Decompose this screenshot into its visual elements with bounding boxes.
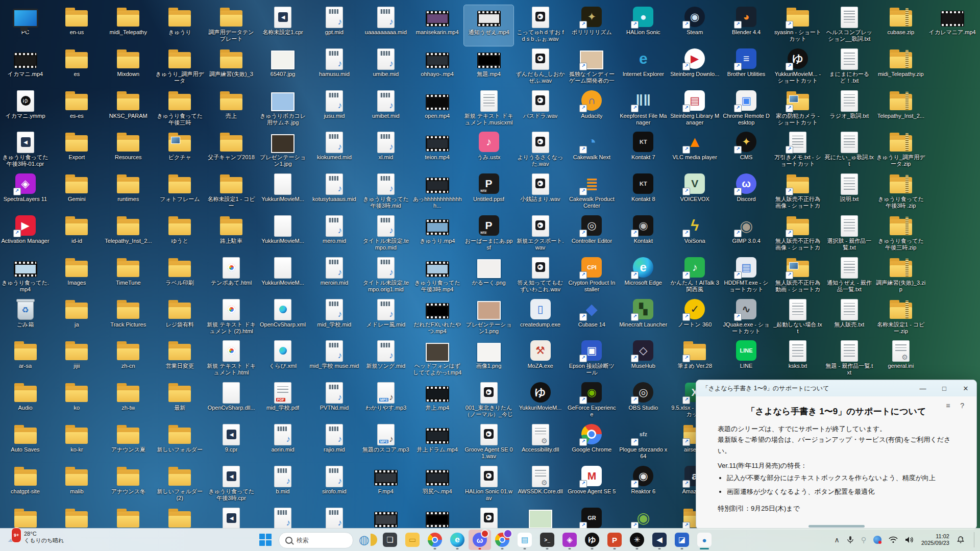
desktop-icon[interactable]: 新しいフォルダー (2) <box>155 464 205 505</box>
desktop-icon[interactable]: 売上 <box>207 89 256 130</box>
desktop-icon[interactable]: ♪メドレー風.mid <box>361 297 410 338</box>
desktop-icon[interactable]: ∩↗Audacity <box>567 89 617 130</box>
desktop-icon[interactable]: Gemini <box>52 172 102 213</box>
desktop-icon[interactable]: 無題.mp4 <box>464 47 513 88</box>
desktop-icon[interactable]: ∿↗JQuake.exe - ショートカット <box>722 297 771 338</box>
copilot-orb-icon[interactable] <box>873 536 881 544</box>
desktop-icon[interactable]: ◎↗Controller Editor <box>567 214 617 255</box>
desktop-icon[interactable]: 調声練習(失敗)_3 <box>207 47 256 88</box>
desktop-icon[interactable]: ▤↗Steinberg Library Manager <box>670 89 720 130</box>
desktop-icon[interactable]: KTKontakt 8 <box>619 172 668 213</box>
desktop-icon[interactable]: jijii <box>52 339 102 380</box>
desktop-icon[interactable]: プレゼンテーション1.jpg <box>258 130 308 171</box>
desktop-icon[interactable]: ◆↗Cubase 14 <box>567 297 617 338</box>
desktop-icon[interactable]: 最新 <box>155 381 205 421</box>
desktop-icon[interactable]: 井上.mp4 <box>412 381 462 421</box>
desktop-icon[interactable]: ksks.txt <box>773 339 823 380</box>
desktop-icon[interactable]: 新しいフォルダー <box>155 422 205 463</box>
desktop-icon[interactable]: ピクチャ <box>155 130 205 171</box>
desktop-icon[interactable]: Audio <box>1 381 50 421</box>
desktop-icon[interactable]: PC <box>1 5 50 46</box>
desktop-icon[interactable]: ◎↗OBS Studio <box>619 381 668 421</box>
desktop-icon[interactable]: ♪b.mid <box>258 464 308 505</box>
desktop-icon[interactable]: ⚙Accessibility.dll <box>516 422 565 463</box>
desktop-icon[interactable]: teion.mp4 <box>412 130 462 171</box>
desktop-icon[interactable]: ◉↗GIMP 3.0.4 <box>722 214 771 255</box>
desktop-icon[interactable]: プレゼンテーション1.png <box>464 297 513 338</box>
desktop-icon[interactable]: ▶よりうるさくなった.wav <box>516 130 565 171</box>
desktop-icon[interactable]: e↗Microsoft Edge <box>619 256 668 296</box>
desktop-icon[interactable]: open.mp4 <box>412 89 462 130</box>
steinberg-app-icon[interactable]: ● <box>693 530 716 550</box>
desktop-icon[interactable]: ラジオ_歌詞.txt <box>824 89 874 130</box>
desktop-icon[interactable]: ゆうと <box>155 214 205 255</box>
desktop-icon[interactable]: ヘッドフォンはずしててよかっt.mp4 <box>412 339 462 380</box>
desktop-icon[interactable]: ✓↗ノートン 360 <box>670 297 720 338</box>
desktop-icon[interactable]: ▣↗Epson 接続診断ツール <box>567 339 617 380</box>
desktop-icon[interactable]: ◕↗Blender 4.4 <box>722 5 771 46</box>
desktop-icon[interactable]: es-es <box>52 89 102 130</box>
desktop-icon[interactable]: ♪rajio.mid <box>309 422 359 463</box>
desktop-icon[interactable]: ▶小銭詰まり.wav <box>516 172 565 213</box>
search-input[interactable]: 検索 <box>279 532 353 548</box>
desktop-icon[interactable]: ▶答え知っててもむずいわこれ.wav <box>516 256 565 296</box>
desktop-icon[interactable]: F.mp4 <box>361 464 410 505</box>
desktop-icon[interactable]: es <box>52 47 102 88</box>
desktop-icon[interactable]: ♪mero.mid <box>309 214 359 255</box>
photos-icon[interactable]: ◪ <box>671 530 693 550</box>
chrome-profile-icon[interactable] <box>491 530 513 550</box>
desktop-icon[interactable]: アナウンス冬 <box>104 464 153 505</box>
wifi-icon[interactable] <box>889 536 898 543</box>
desktop-icon[interactable]: ◇↗MuseHub <box>619 339 668 380</box>
desktop-icon[interactable]: 画像1.png <box>464 339 513 380</box>
desktop-icon[interactable]: ▶ずんだもん_しおかぜふ.wav <box>516 47 565 88</box>
desktop-icon[interactable]: ◀名称未設定1.cpr <box>258 5 308 46</box>
desktop-icon[interactable]: 営業日変更 <box>155 339 205 380</box>
desktop-icon[interactable]: ja <box>52 297 102 338</box>
desktop-icon[interactable]: ▯createdump.exe <box>516 297 565 338</box>
desktop-icon[interactable]: zh-cn <box>104 339 153 380</box>
desktop-icon[interactable]: ▶↗Activation Manager <box>1 214 50 255</box>
desktop-icon[interactable]: ko <box>52 381 102 421</box>
desktop-icon[interactable]: ヘルスコンプレッション__歌詞.txt <box>824 5 874 46</box>
desktop-icon[interactable]: ♪hamusu.mid <box>309 47 359 88</box>
notes-icon[interactable]: ▤ <box>513 530 536 550</box>
desktop-icon[interactable]: ◀9.cpr <box>207 422 256 463</box>
desktop-icon[interactable]: ▶001_東北きりたん（ノーマル）_今じゃ... <box>464 381 513 421</box>
desktop-icon[interactable]: ▶Groove Agent SE 01.wav <box>464 422 513 463</box>
dialog-menu-help-icons[interactable]: ≡ ? <box>946 402 968 410</box>
desktop-icon[interactable]: PNT2Untitled.ppsf <box>464 172 513 213</box>
desktop-icon[interactable]: 名称未設定1 - コピー.zip <box>876 297 925 338</box>
desktop-icon[interactable]: あっhhhhhhhhhhhhh... <box>412 172 462 213</box>
desktop-icon[interactable]: NKSC_PARAM <box>104 89 153 130</box>
desktop-icon[interactable]: 羽尻へ.mp4 <box>412 464 462 505</box>
desktop-icon[interactable]: ▚↗Minecraft Launcher <box>619 297 668 338</box>
desktop-icon[interactable]: V↗VOICEVOX <box>670 172 720 213</box>
desktop-icon[interactable]: ♪aorin.mid <box>258 422 308 463</box>
desktop-icon[interactable]: Telepathy_Inst_2... <box>876 89 925 130</box>
desktop-icon[interactable]: Export <box>52 130 102 171</box>
cubase-icon[interactable]: ◀ <box>648 530 671 550</box>
desktop-icon[interactable]: Auto Saves <box>1 422 50 463</box>
desktop-icon[interactable]: ↗無人販売不正行為画像 - ショートカット <box>773 214 823 255</box>
desktop-icon[interactable]: TimeTune <box>104 256 153 296</box>
desktop-icon[interactable]: ♪kiokumed.mid <box>309 130 359 171</box>
desktop-icon[interactable]: PDFmid_学校.pdf <box>258 381 308 421</box>
desktop-icon[interactable]: YukkuriMovieM... <box>258 172 308 213</box>
desktop-icon[interactable]: ◈↗SpectraLayers 11 <box>1 172 50 213</box>
desktop-icon[interactable]: ♪mid_学校.mid <box>309 297 359 338</box>
desktop-icon[interactable]: ⚙AWSSDK.Core.dll <box>516 464 565 505</box>
desktop-icon[interactable]: eInternet Explorer <box>619 47 668 88</box>
desktop-icon[interactable]: ⚙general.ini <box>876 339 925 380</box>
desktop-icon[interactable]: きゅうり.mp4 <box>412 214 462 255</box>
desktop-icon[interactable]: ≡↗Brother Utilities <box>722 47 771 88</box>
chatgpt-icon[interactable]: ✳ <box>626 530 648 550</box>
desktop-icon[interactable]: ↗無人販売不正行為画像 - ショートカッ... <box>773 172 823 213</box>
desktop-icon[interactable]: ♪xl.mid <box>361 130 410 171</box>
tray-chevron-up-icon[interactable]: ∧ <box>834 536 839 544</box>
desktop-icon[interactable]: M↗Groove Agent SE 5 <box>567 464 617 505</box>
desktop-icon[interactable]: ϟ↗VoiSona <box>670 214 720 255</box>
desktop-icon[interactable]: ゆイカマニ.ymmp <box>1 89 50 130</box>
file-explorer-icon[interactable]: ▭ <box>401 530 424 550</box>
desktop-icon[interactable]: LINELINE <box>722 339 771 380</box>
